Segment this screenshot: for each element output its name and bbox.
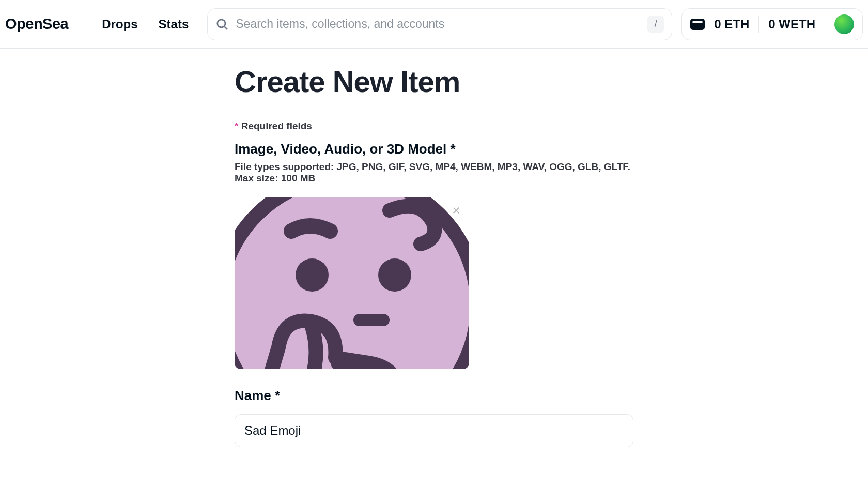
weth-balance: 0 WETH	[768, 17, 815, 32]
svg-point-5	[296, 258, 329, 292]
main-content: Create New Item * Required fields Image,…	[235, 49, 633, 468]
eth-balance: 0 ETH	[714, 17, 749, 32]
nav-links: Drops Stats	[83, 17, 207, 32]
svg-point-6	[378, 258, 411, 292]
media-upload-preview[interactable]	[235, 197, 469, 369]
wallet-icon	[690, 19, 705, 30]
search-icon	[215, 17, 229, 32]
page-title: Create New Item	[235, 64, 633, 99]
search-input[interactable]	[236, 17, 647, 31]
required-fields-note: * Required fields	[235, 120, 633, 132]
avatar[interactable]	[834, 14, 854, 34]
media-section-label: Image, Video, Audio, or 3D Model *	[235, 141, 633, 157]
svg-rect-7	[353, 314, 390, 326]
wallet-area[interactable]: 0 ETH 0 WETH	[681, 8, 863, 40]
logo-area[interactable]: OpenSea	[5, 16, 83, 33]
logo-text: OpenSea	[5, 16, 68, 33]
name-input[interactable]	[235, 414, 633, 447]
svg-point-0	[218, 19, 225, 27]
required-text: Required fields	[238, 120, 312, 131]
uploaded-image	[235, 197, 469, 369]
media-section-sub: File types supported: JPG, PNG, GIF, SVG…	[235, 161, 633, 184]
divider	[758, 16, 759, 33]
name-field-label: Name *	[235, 388, 633, 404]
header: OpenSea Drops Stats / 0 ETH 0 WETH	[0, 0, 868, 49]
svg-line-1	[225, 26, 227, 29]
close-icon[interactable]	[451, 205, 462, 216]
nav-stats[interactable]: Stats	[159, 17, 189, 32]
nav-drops[interactable]: Drops	[102, 17, 137, 32]
search-bar[interactable]: /	[207, 8, 672, 40]
slash-shortcut-badge: /	[647, 16, 664, 33]
divider	[825, 16, 825, 33]
